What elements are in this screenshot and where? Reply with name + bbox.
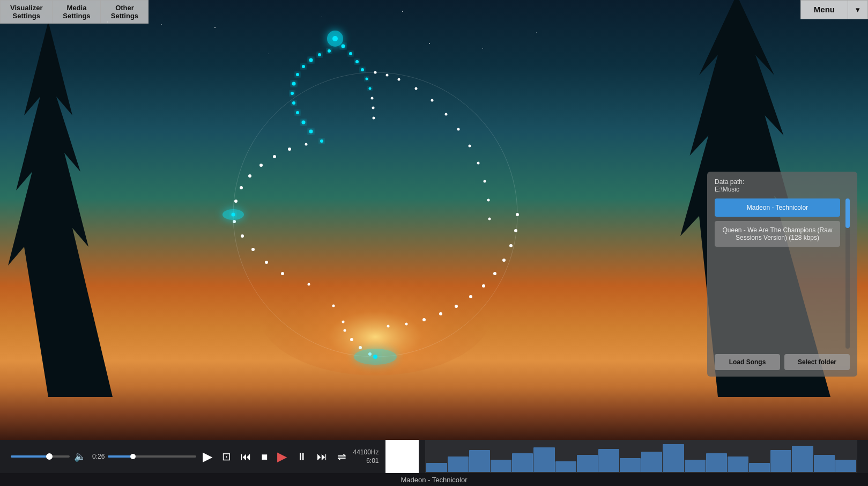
time-current: 0:26 <box>92 453 105 460</box>
svg-point-43 <box>302 65 305 68</box>
svg-point-69 <box>354 349 397 365</box>
svg-point-41 <box>292 82 296 86</box>
svg-point-26 <box>233 220 236 223</box>
tab-other-settings[interactable]: Other Settings <box>100 0 149 24</box>
svg-point-9 <box>455 305 458 308</box>
stop-button[interactable]: ■ <box>261 451 268 463</box>
svg-point-36 <box>309 130 313 134</box>
song-item-1[interactable]: Madeon - Technicolor <box>715 198 840 217</box>
tab-visualizer-settings[interactable]: Visualizer Settings <box>0 0 52 24</box>
svg-point-46 <box>328 49 331 53</box>
svg-point-34 <box>305 143 308 146</box>
track-info-bar: Madeon - Technicolor <box>0 473 868 486</box>
play-button[interactable]: ▶ <box>203 449 212 464</box>
song-list: Madeon - Technicolor Queen - We Are The … <box>715 198 840 349</box>
select-folder-button[interactable]: Select folder <box>784 354 850 370</box>
svg-point-68 <box>488 218 491 220</box>
track-name: Madeon - Technicolor <box>400 476 467 484</box>
svg-point-64 <box>469 145 471 148</box>
volume-thumb[interactable] <box>46 453 53 460</box>
svg-point-70 <box>222 209 244 220</box>
svg-point-33 <box>288 148 291 151</box>
svg-point-13 <box>387 325 390 328</box>
forward-button[interactable]: ⏭ <box>317 451 328 463</box>
seek-fill <box>108 455 132 458</box>
svg-point-20 <box>332 305 335 307</box>
seek-thumb[interactable] <box>130 454 136 459</box>
svg-point-49 <box>349 52 352 55</box>
bottom-bar: 🔈 0:26 ▶ ⊡ ⏮ ■ ▶ ⏸ ⏭ ⇌ <box>0 440 868 486</box>
svg-point-54 <box>371 97 374 100</box>
svg-point-18 <box>344 329 346 332</box>
svg-point-8 <box>469 295 472 298</box>
svg-point-35 <box>320 139 323 143</box>
svg-point-39 <box>292 101 295 105</box>
svg-point-44 <box>309 58 313 62</box>
svg-point-40 <box>291 92 294 95</box>
svg-point-11 <box>422 318 426 321</box>
svg-point-50 <box>355 60 359 63</box>
menu-button[interactable]: Menu <box>800 0 848 19</box>
pause-button[interactable]: ⏸ <box>296 451 307 463</box>
data-path-value: E:\Music <box>715 186 850 193</box>
svg-point-32 <box>273 155 276 158</box>
svg-point-12 <box>405 323 408 326</box>
shuffle-button[interactable]: ⇌ <box>337 450 346 463</box>
svg-point-30 <box>248 174 251 178</box>
svg-point-38 <box>296 111 299 114</box>
svg-point-28 <box>234 200 238 203</box>
panel-buttons: Load Songs Select folder <box>715 354 850 370</box>
panel-scrollbar-thumb[interactable] <box>845 198 850 228</box>
freq-info: 44100Hz 6:01 <box>353 448 379 465</box>
svg-point-25 <box>241 234 244 238</box>
svg-point-45 <box>318 53 321 56</box>
svg-point-42 <box>296 73 299 76</box>
svg-point-21 <box>308 283 310 286</box>
svg-point-37 <box>302 121 306 124</box>
song-item-2[interactable]: Queen - We Are The Champions (Raw Sessio… <box>715 221 840 247</box>
svg-point-65 <box>477 162 480 165</box>
svg-point-67 <box>487 199 490 202</box>
svg-point-66 <box>484 180 486 183</box>
svg-point-62 <box>445 113 448 116</box>
playback-controls: ▶ ⊡ ⏮ ■ ▶ ⏸ ⏭ ⇌ <box>203 449 346 464</box>
top-menu-bar: Visualizer Settings Media Settings Other… <box>0 0 149 24</box>
freq-value: 44100Hz <box>353 448 379 456</box>
svg-point-59 <box>398 78 400 81</box>
svg-point-3 <box>514 229 517 232</box>
right-panel: Data path: E:\Music Madeon - Technicolor… <box>707 172 857 377</box>
seek-slider[interactable] <box>108 455 196 458</box>
svg-point-2 <box>516 213 519 216</box>
svg-point-51 <box>361 68 364 71</box>
svg-point-23 <box>265 261 268 264</box>
svg-point-52 <box>366 78 368 80</box>
svg-point-6 <box>493 272 496 275</box>
svg-point-22 <box>281 272 284 275</box>
volume-fill <box>11 455 49 458</box>
svg-point-71 <box>327 31 343 47</box>
svg-point-31 <box>259 164 263 167</box>
tab-media-settings[interactable]: Media Settings <box>52 0 100 24</box>
menu-chevron-button[interactable]: ▾ <box>848 0 868 19</box>
svg-point-56 <box>373 117 375 120</box>
loop-button[interactable]: ⊡ <box>222 450 231 463</box>
load-songs-button[interactable]: Load Songs <box>715 354 780 370</box>
svg-point-53 <box>369 87 372 90</box>
svg-point-61 <box>431 99 434 102</box>
rewind-button[interactable]: ⏮ <box>241 451 251 463</box>
svg-point-57 <box>374 71 377 74</box>
svg-point-58 <box>386 74 389 77</box>
svg-point-5 <box>502 259 506 262</box>
svg-point-24 <box>251 248 255 251</box>
svg-point-48 <box>342 45 345 48</box>
svg-point-4 <box>509 244 513 247</box>
seekbar-area: 0:26 <box>92 453 196 460</box>
svg-point-60 <box>415 87 418 90</box>
svg-point-17 <box>350 338 353 341</box>
volume-slider[interactable] <box>11 455 70 458</box>
volume-icon: 🔈 <box>74 451 86 462</box>
album-art <box>385 440 419 473</box>
panel-scrollbar-track[interactable] <box>845 198 850 349</box>
svg-point-7 <box>482 284 485 288</box>
play-active-button[interactable]: ▶ <box>277 449 287 464</box>
